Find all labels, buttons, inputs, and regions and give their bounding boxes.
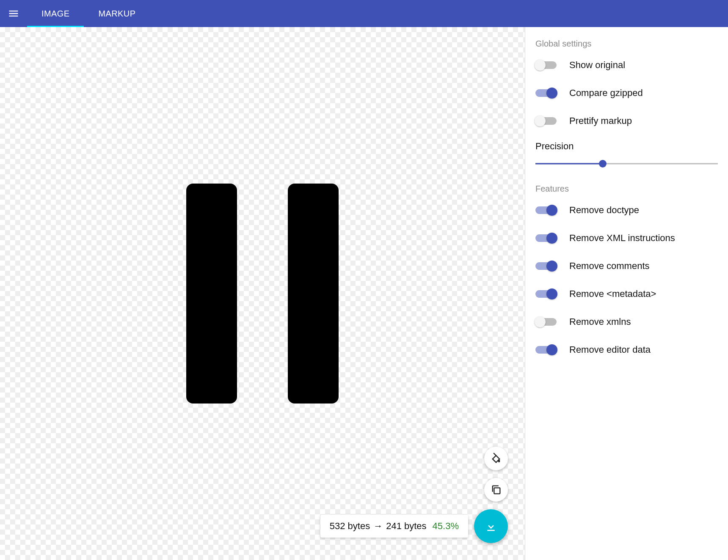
toggle-remove-xml-instructions-label: Remove XML instructions — [569, 233, 675, 244]
size-after: 241 bytes — [386, 521, 426, 532]
toggle-remove-xmlns-label: Remove xmlns — [569, 316, 631, 327]
pause-icon — [186, 184, 339, 404]
svg-rect-2 — [494, 488, 500, 494]
features-title: Features — [535, 184, 718, 194]
download-icon — [485, 520, 497, 533]
main-area: 532 bytes → 241 bytes 45.3% Global setti… — [0, 27, 728, 560]
action-buttons: 532 bytes → 241 bytes 45.3% — [320, 447, 508, 543]
toggle-remove-doctype[interactable]: Remove doctype — [535, 205, 718, 216]
precision-label: Precision — [535, 141, 718, 152]
toggle-remove-comments-label: Remove comments — [569, 261, 650, 272]
toggle-remove-comments[interactable]: Remove comments — [535, 261, 718, 272]
svg-rect-0 — [186, 184, 237, 404]
toggle-compare-gzipped[interactable]: Compare gzipped — [535, 88, 718, 99]
svg-rect-3 — [487, 530, 495, 531]
toggle-show-original-label: Show original — [569, 60, 625, 71]
toggle-remove-xml-instructions[interactable]: Remove XML instructions — [535, 233, 718, 244]
copy-button[interactable] — [484, 478, 508, 502]
tabs: IMAGE MARKUP — [27, 0, 150, 27]
settings-panel: Global settings Show original Compare gz… — [525, 27, 728, 560]
size-before: 532 bytes — [330, 521, 370, 532]
size-badge: 532 bytes → 241 bytes 45.3% — [320, 515, 468, 538]
preview-pane[interactable]: 532 bytes → 241 bytes 45.3% — [0, 27, 525, 560]
paint-bucket-icon — [490, 453, 502, 464]
toggle-prettify-markup-label: Prettify markup — [569, 115, 632, 126]
copy-icon — [490, 484, 502, 496]
toggle-compare-gzipped-label: Compare gzipped — [569, 88, 643, 99]
app-header: IMAGE MARKUP — [0, 0, 728, 27]
toggle-remove-metadata-label: Remove <metadata> — [569, 288, 656, 299]
background-button[interactable] — [484, 447, 508, 470]
tab-image[interactable]: IMAGE — [27, 0, 84, 27]
toggle-remove-metadata[interactable]: Remove <metadata> — [535, 288, 718, 299]
size-arrow: → — [373, 521, 383, 532]
hamburger-icon — [8, 8, 19, 19]
global-settings-title: Global settings — [535, 39, 718, 49]
tab-markup[interactable]: MARKUP — [84, 0, 150, 27]
toggle-remove-xmlns[interactable]: Remove xmlns — [535, 316, 718, 327]
toggle-show-original[interactable]: Show original — [535, 60, 718, 71]
svg-rect-1 — [288, 184, 339, 404]
toggle-remove-editor-data[interactable]: Remove editor data — [535, 344, 718, 355]
download-row: 532 bytes → 241 bytes 45.3% — [320, 509, 508, 543]
toggle-remove-doctype-label: Remove doctype — [569, 205, 639, 216]
precision-slider[interactable] — [535, 159, 718, 168]
download-button[interactable] — [474, 509, 508, 543]
size-percent: 45.3% — [433, 521, 459, 532]
toggle-prettify-markup[interactable]: Prettify markup — [535, 115, 718, 126]
svg-preview — [186, 184, 339, 404]
menu-button[interactable] — [0, 0, 27, 27]
toggle-remove-editor-data-label: Remove editor data — [569, 344, 651, 355]
